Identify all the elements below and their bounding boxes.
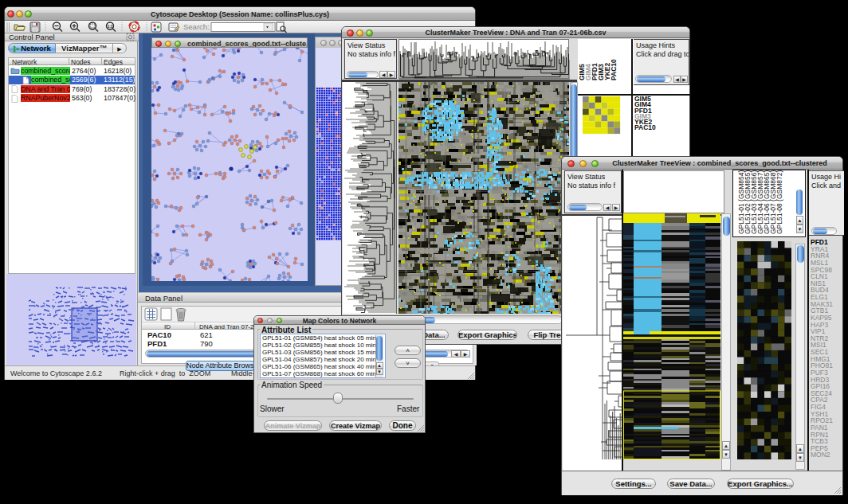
svg-text:Search:: Search: [183,22,210,31]
svg-text:1:1: 1:1 [107,24,112,29]
svg-text:GPL51-08 (GSM872): GPL51-08 (GSM872) [775,170,783,234]
svg-text:PAC10: PAC10 [610,59,618,80]
